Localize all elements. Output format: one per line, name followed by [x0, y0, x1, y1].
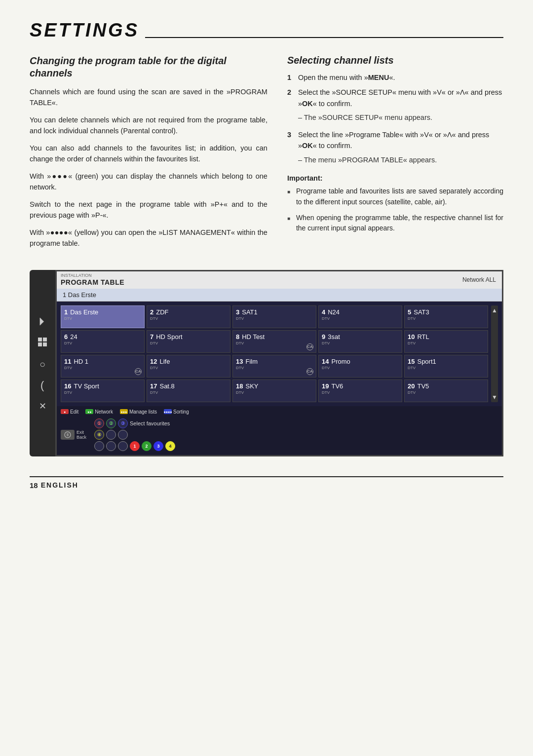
ch-name-20: TV5 — [417, 382, 429, 390]
ch-type-10: DTV — [408, 341, 485, 345]
channel-cell-9[interactable]: 93satDTV — [318, 330, 402, 353]
channel-cell-2[interactable]: 2ZDFDTV — [147, 305, 230, 328]
channel-cell-17[interactable]: 17Sat.8DTV — [147, 379, 230, 402]
ch-type-3: DTV — [236, 316, 313, 321]
channel-cell-8[interactable]: 8HD TestDTVCA — [232, 330, 316, 353]
scroll-down-arrow[interactable]: ▼ — [492, 394, 497, 400]
bullet-1-text: Programe table and favourites lists are … — [296, 186, 503, 207]
step-3-text: Select the line »Programe Table« with »V… — [298, 129, 503, 151]
ch-name-8: HD Test — [242, 333, 265, 340]
sidebar-icon-paren[interactable]: ) — [40, 379, 44, 392]
channel-cell-11[interactable]: 11HD 1DTVCA — [61, 355, 145, 378]
step-2-num: 2 — [287, 87, 295, 109]
channel-cell-13[interactable]: 13FilmDTVCA — [232, 355, 316, 378]
para-3: You can also add channels to the favouri… — [30, 143, 267, 165]
channel-cell-12[interactable]: 12LifeDTV — [147, 355, 230, 378]
channel-cell-10[interactable]: 10RTLDTV — [404, 330, 488, 353]
circles-group: ① ② ③ Select favourites ④ 1 2 — [94, 418, 175, 451]
ch-type-11: DTV — [64, 366, 141, 370]
channel-cell-1[interactable]: 1Das ErsteDTV — [61, 305, 145, 328]
installation-label: INSTALLATION — [61, 273, 124, 278]
step-3: 3 Select the line »Programe Table« with … — [287, 129, 503, 167]
ch-type-15: DTV — [408, 366, 485, 370]
btn-edit[interactable]: ● Edit — [61, 409, 78, 415]
channel-cell-7[interactable]: 7HD SportDTV — [147, 330, 230, 353]
ch-ca-icon-13: CA — [306, 368, 313, 375]
circle-row-2: ④ — [94, 430, 175, 440]
ch-type-16: DTV — [64, 390, 141, 395]
circle-num-3[interactable]: 3 — [153, 441, 163, 451]
channel-cell-4[interactable]: 4N24DTV — [318, 305, 402, 328]
ch-name-4: N24 — [328, 308, 340, 316]
left-heading: Changing the program table for the digit… — [30, 55, 267, 79]
page-title-section: SETTINGS — [30, 20, 503, 41]
channel-cell-15[interactable]: 15Sport1DTV — [404, 355, 488, 378]
ch-type-14: DTV — [322, 366, 399, 370]
ch-name-18: SKY — [245, 382, 258, 390]
btn-network[interactable]: ●● Network — [85, 409, 113, 415]
ch-num-8: 8 — [236, 333, 239, 340]
ch-num-12: 12 — [150, 358, 157, 365]
scroll-bar[interactable]: ▲ ▼ — [491, 305, 498, 402]
bullet-icon-2: ■ — [287, 215, 292, 223]
important-bullets: ■ Programe table and favourites lists ar… — [287, 186, 503, 234]
circle-empty-2[interactable] — [118, 430, 128, 440]
btn-sorting-dot: ●●●● — [164, 409, 172, 414]
ch-num-16: 16 — [64, 382, 71, 390]
sidebar-icon-x[interactable]: ✕ — [39, 401, 46, 412]
ch-name-7: HD Sport — [156, 333, 182, 340]
ch-type-20: DTV — [408, 390, 485, 395]
ch-name-14: Promo — [331, 358, 350, 365]
circle-empty-5[interactable] — [118, 441, 128, 451]
channel-cell-14[interactable]: 14PromoDTV — [318, 355, 402, 378]
channel-cell-5[interactable]: 5SAT3DTV — [404, 305, 488, 328]
bullet-2-text: When opening the programme table, the re… — [296, 213, 503, 234]
btn-network-label: Network — [95, 409, 113, 415]
channel-cell-19[interactable]: 19TV6DTV — [318, 379, 402, 402]
sidebar-icon-grid[interactable] — [37, 337, 48, 350]
ch-num-20: 20 — [408, 382, 415, 390]
circle-1[interactable]: ① — [94, 418, 104, 428]
ch-num-1: 1 — [64, 308, 68, 316]
circle-empty-3[interactable] — [94, 441, 104, 451]
ch-type-6: DTV — [64, 341, 141, 345]
para-6: With »●●●●« (yellow) you can open the »L… — [30, 227, 267, 249]
ch-type-17: DTV — [150, 390, 227, 395]
circle-num-4[interactable]: 4 — [165, 441, 175, 451]
scroll-up-arrow[interactable]: ▲ — [492, 307, 497, 313]
svg-rect-3 — [43, 342, 47, 346]
circle-empty-4[interactable] — [106, 441, 116, 451]
ch-type-2: DTV — [150, 316, 227, 321]
channel-cell-20[interactable]: 20TV5DTV — [404, 379, 488, 402]
ch-type-8: DTV — [236, 341, 313, 345]
sidebar-icon-disc[interactable]: ⏵ — [37, 315, 48, 328]
circle-3[interactable]: ③ — [118, 418, 128, 428]
page-footer: 18 ENGLISH — [30, 476, 503, 490]
channel-cell-3[interactable]: 3SAT1DTV — [232, 305, 316, 328]
ch-num-15: 15 — [408, 358, 415, 365]
page-number: 18 — [30, 481, 38, 490]
ch-type-1: DTV — [64, 316, 141, 321]
ch-type-9: DTV — [322, 341, 399, 345]
circle-empty-1[interactable] — [106, 430, 116, 440]
channel-cell-18[interactable]: 18SKYDTV — [232, 379, 316, 402]
svg-rect-2 — [38, 342, 42, 346]
circle-4[interactable]: ④ — [94, 430, 104, 440]
btn-sorting[interactable]: ●●●● Sorting — [164, 409, 189, 415]
circle-2[interactable]: ② — [106, 418, 116, 428]
ch-name-12: Life — [159, 358, 170, 365]
ch-type-5: DTV — [408, 316, 485, 321]
exit-back[interactable]: Exit Back — [61, 430, 86, 440]
sidebar-icon-circle[interactable]: ○ — [39, 359, 45, 370]
ch-num-10: 10 — [408, 333, 415, 340]
channel-cell-6[interactable]: 624DTV — [61, 330, 145, 353]
btn-manage[interactable]: ●●● Manage lists — [120, 409, 157, 415]
exit-labels: Exit Back — [76, 430, 86, 440]
channel-cell-16[interactable]: 16TV SportDTV — [61, 379, 145, 402]
ch-num-3: 3 — [236, 308, 239, 316]
circle-num-2[interactable]: 2 — [142, 441, 152, 451]
title-divider — [145, 37, 503, 38]
circle-num-1[interactable]: 1 — [130, 441, 140, 451]
ch-name-19: TV6 — [331, 382, 343, 390]
ch-type-18: DTV — [236, 390, 313, 395]
